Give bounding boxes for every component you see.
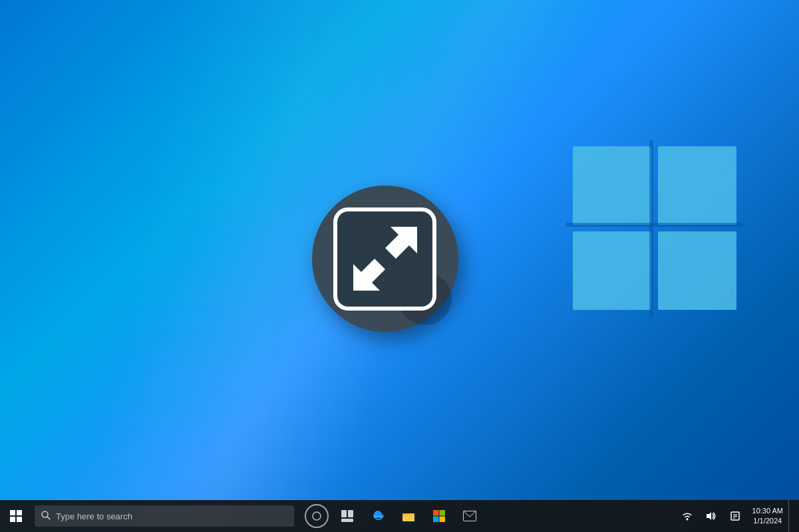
volume-icon[interactable] bbox=[699, 500, 723, 532]
svg-rect-20 bbox=[433, 510, 439, 516]
cortana-circle bbox=[305, 504, 329, 528]
start-button[interactable] bbox=[0, 500, 32, 532]
svg-rect-17 bbox=[341, 519, 353, 522]
mail-button[interactable] bbox=[455, 500, 484, 532]
show-desktop-button[interactable] bbox=[788, 500, 794, 532]
svg-line-13 bbox=[47, 517, 50, 519]
date-display: 1/1/2024 bbox=[753, 516, 782, 526]
windows-logo bbox=[559, 133, 746, 319]
svg-marker-7 bbox=[353, 259, 385, 291]
time-display: 10:30 AM bbox=[752, 506, 783, 516]
taskbar-icons bbox=[302, 500, 484, 532]
cortana-button[interactable] bbox=[302, 500, 331, 532]
svg-rect-3 bbox=[658, 231, 736, 310]
taskbar: Type here to search bbox=[0, 500, 799, 532]
search-bar[interactable]: Type here to search bbox=[35, 505, 294, 527]
svg-rect-0 bbox=[573, 146, 651, 225]
svg-rect-23 bbox=[440, 517, 446, 523]
center-app-icon[interactable] bbox=[312, 186, 458, 332]
svg-rect-11 bbox=[17, 517, 22, 522]
svg-rect-2 bbox=[573, 231, 651, 310]
clock[interactable]: 10:30 AM 1/1/2024 bbox=[747, 500, 788, 532]
svg-point-14 bbox=[313, 512, 321, 520]
desktop: Type here to search bbox=[0, 0, 799, 532]
svg-rect-9 bbox=[17, 510, 22, 515]
search-placeholder: Type here to search bbox=[56, 511, 132, 521]
system-tray: 10:30 AM 1/1/2024 bbox=[675, 500, 799, 532]
svg-marker-26 bbox=[707, 512, 711, 520]
svg-rect-21 bbox=[440, 510, 446, 516]
svg-rect-22 bbox=[433, 517, 439, 523]
task-view-button[interactable] bbox=[333, 500, 362, 532]
svg-rect-1 bbox=[658, 146, 736, 225]
edge-button[interactable] bbox=[363, 500, 393, 532]
search-icon bbox=[41, 511, 51, 522]
svg-rect-10 bbox=[10, 517, 15, 522]
svg-marker-6 bbox=[385, 227, 417, 259]
svg-rect-15 bbox=[341, 510, 347, 517]
action-center-icon[interactable] bbox=[723, 500, 747, 532]
svg-rect-16 bbox=[348, 510, 353, 517]
store-button[interactable] bbox=[424, 500, 454, 532]
file-explorer-button[interactable] bbox=[394, 500, 423, 532]
network-icon[interactable] bbox=[675, 500, 699, 532]
svg-rect-8 bbox=[10, 510, 15, 515]
svg-point-25 bbox=[686, 519, 688, 521]
